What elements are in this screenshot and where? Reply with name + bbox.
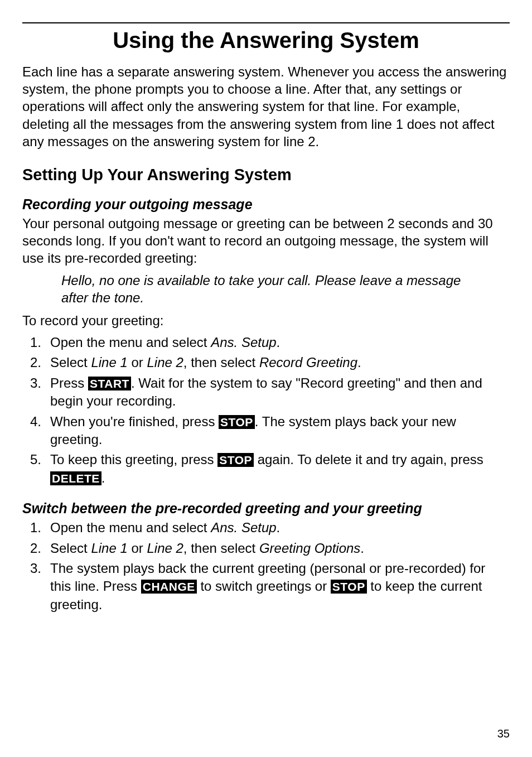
list-item: Select Line 1 or Line 2, then select Gre… <box>22 539 510 557</box>
list-item: Select Line 1 or Line 2, then select Rec… <box>22 354 510 372</box>
step-text: , then select <box>183 541 259 556</box>
list-item: The system plays back the current greeti… <box>22 560 510 614</box>
recording-paragraph: Your personal outgoing message or greeti… <box>22 215 510 267</box>
change-button-label: CHANGE <box>141 580 197 594</box>
subsection-recording: Recording your outgoing message Your per… <box>22 196 510 487</box>
step-text: . <box>360 541 364 556</box>
list-item: Open the menu and select Ans. Setup. <box>22 519 510 537</box>
delete-button-label: DELETE <box>50 471 101 485</box>
step-text: or <box>128 355 147 370</box>
menu-item-ans-setup: Ans. Setup <box>211 335 276 350</box>
step-text: . <box>277 335 280 350</box>
subsection-heading-switch: Switch between the pre-recorded greeting… <box>22 500 510 517</box>
list-item: Open the menu and select Ans. Setup. <box>22 334 510 351</box>
step-text: To keep this greeting, press <box>50 452 217 467</box>
step-text: Open the menu and select <box>50 520 211 535</box>
stop-button-label: STOP <box>331 580 367 594</box>
step-text: . <box>357 355 361 370</box>
top-divider <box>22 22 510 23</box>
subsection-heading-recording: Recording your outgoing message <box>22 196 510 213</box>
switch-steps-list: Open the menu and select Ans. Setup. Sel… <box>22 519 510 614</box>
step-text: When you're finished, press <box>50 414 219 429</box>
menu-item-line2: Line 2 <box>147 541 183 556</box>
step-text: Select <box>50 541 91 556</box>
step-text: or <box>128 541 147 556</box>
stop-button-label: STOP <box>219 415 255 429</box>
section-heading: Setting Up Your Answering System <box>22 166 510 184</box>
menu-item-line1: Line 1 <box>91 541 127 556</box>
menu-item-line1: Line 1 <box>91 355 127 370</box>
step-text: Select <box>50 355 91 370</box>
recording-steps-list: Open the menu and select Ans. Setup. Sel… <box>22 334 510 487</box>
recording-lead: To record your greeting: <box>22 312 510 329</box>
step-text: Open the menu and select <box>50 335 211 350</box>
menu-item-line2: Line 2 <box>147 355 183 370</box>
list-item: When you're finished, press STOP. The sy… <box>22 413 510 449</box>
page-title: Using the Answering System <box>22 28 510 53</box>
step-text: Press <box>50 375 88 390</box>
menu-item-greeting-options: Greeting Options <box>259 541 360 556</box>
step-text: . <box>277 520 280 535</box>
page-number: 35 <box>497 727 510 740</box>
start-button-label: START <box>88 377 131 390</box>
list-item: Press START. Wait for the system to say … <box>22 374 510 411</box>
prerecorded-quote: Hello, no one is available to take your … <box>61 272 487 306</box>
subsection-switch: Switch between the pre-recorded greeting… <box>22 500 510 614</box>
step-text: to switch greetings or <box>197 578 331 594</box>
step-text: , then select <box>183 355 259 370</box>
menu-item-ans-setup: Ans. Setup <box>211 520 276 535</box>
list-item: To keep this greeting, press STOP again.… <box>22 451 510 487</box>
stop-button-label: STOP <box>217 453 254 467</box>
menu-item-record-greeting: Record Greeting <box>259 355 357 370</box>
step-text: . <box>101 470 105 485</box>
intro-paragraph: Each line has a separate answering syste… <box>22 63 510 150</box>
step-text: again. To delete it and try again, press <box>254 452 483 467</box>
